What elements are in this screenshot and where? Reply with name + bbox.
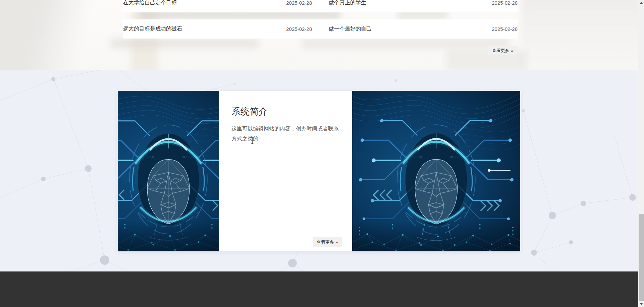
news-item-date: 2025-02-28	[286, 26, 312, 32]
news-item-date: 2025-02-28	[492, 0, 518, 6]
news-item-title[interactable]: 做一个最好的自己	[329, 25, 372, 33]
background-blur-blob	[0, 0, 120, 70]
up-triangle-icon	[640, 2, 643, 4]
news-item-date: 2025-02-28	[286, 0, 312, 6]
news-item[interactable]: 在大学给自己定个目标 2025-02-28	[123, 0, 312, 6]
background-blur-blob	[522, 0, 644, 70]
face-recognition-graphic	[352, 91, 520, 251]
webpage: 在大学给自己定个目标 2025-02-28 做个真正的学生 2025-02-28…	[0, 0, 644, 307]
intro-body: 这里可以编辑网站的内容，创办时间或者联系方式之类的	[231, 124, 342, 144]
down-triangle-icon	[640, 303, 643, 305]
scrollbar-thumb[interactable]	[639, 214, 644, 301]
news-item-date: 2025-02-28	[492, 26, 518, 32]
news-list-section: 在大学给自己定个目标 2025-02-28 做个真正的学生 2025-02-28…	[0, 0, 644, 70]
news-more-row: 查看更多»	[123, 46, 518, 55]
intro-card: 系统简介 这里可以编辑网站的内容，创办时间或者联系方式之类的 查看更多»	[118, 91, 520, 251]
face-recognition-graphic	[118, 91, 219, 251]
news-item[interactable]: 做一个最好的自己 2025-02-28	[329, 25, 518, 33]
scrollbar-down-arrow[interactable]	[638, 301, 644, 307]
intro-image-left	[118, 91, 219, 251]
view-more-label: 查看更多	[317, 240, 334, 245]
scrollbar-up-arrow[interactable]	[638, 0, 644, 6]
news-item-title[interactable]: 在大学给自己定个目标	[123, 0, 177, 6]
news-item[interactable]: 做个真正的学生 2025-02-28	[329, 0, 518, 6]
news-row: 在大学给自己定个目标 2025-02-28 做个真正的学生 2025-02-28	[123, 0, 518, 12]
intro-section: 系统简介 这里可以编辑网站的内容，创办时间或者联系方式之类的 查看更多»	[0, 70, 644, 271]
double-arrow-icon: »	[336, 240, 338, 245]
news-item[interactable]: 远大的目标是成功的磁石 2025-02-28	[123, 25, 312, 33]
double-arrow-icon: »	[511, 48, 514, 53]
view-more-label: 查看更多	[492, 48, 509, 53]
news-item-title[interactable]: 远大的目标是成功的磁石	[123, 25, 182, 33]
intro-title: 系统简介	[231, 106, 342, 118]
vertical-scrollbar[interactable]	[638, 0, 644, 307]
page-footer	[0, 271, 644, 307]
intro-panel: 系统简介 这里可以编辑网站的内容，创办时间或者联系方式之类的 查看更多»	[219, 91, 352, 251]
news-row: 远大的目标是成功的磁石 2025-02-28 做一个最好的自己 2025-02-…	[123, 19, 518, 39]
news-view-more-button[interactable]: 查看更多»	[488, 46, 518, 55]
intro-view-more-button[interactable]: 查看更多»	[313, 237, 342, 247]
intro-image-right	[352, 91, 520, 251]
news-item-title[interactable]: 做个真正的学生	[329, 0, 366, 6]
news-list: 在大学给自己定个目标 2025-02-28 做个真正的学生 2025-02-28…	[123, 0, 518, 55]
